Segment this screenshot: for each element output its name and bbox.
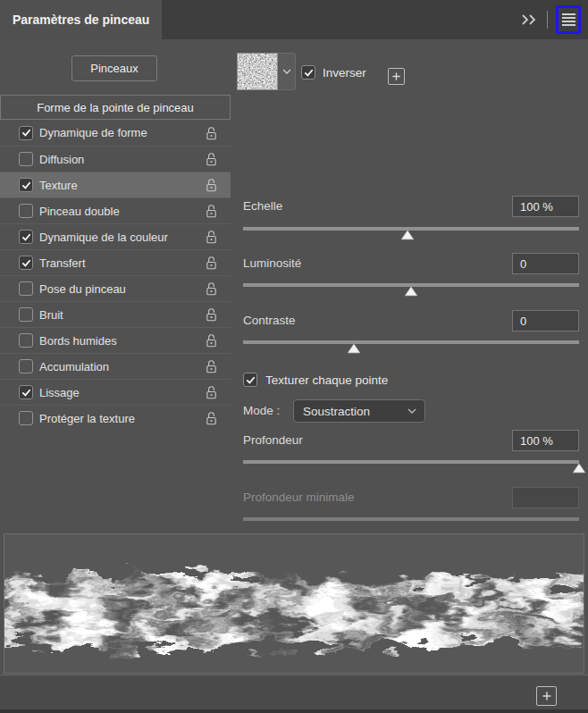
divider (547, 11, 548, 29)
texture-pattern-thumbnail[interactable] (237, 53, 278, 90)
unlock-icon[interactable] (205, 256, 218, 271)
list-item[interactable]: Bruit (0, 301, 231, 327)
min-depth-slider-track (243, 517, 579, 521)
scale-input[interactable] (512, 196, 579, 217)
panel-menu-icon[interactable] (562, 13, 575, 26)
list-item[interactable]: Transfert (0, 249, 231, 275)
checkbox[interactable] (19, 204, 33, 218)
checkbox[interactable] (19, 411, 33, 425)
brightness-slider-thumb[interactable] (404, 286, 418, 297)
list-item[interactable]: Accumulation (0, 353, 231, 379)
invert-checkbox[interactable] (301, 65, 315, 80)
list-item-label: Pinceau double (39, 205, 120, 218)
new-texture-button[interactable] (388, 68, 405, 85)
unlock-icon[interactable] (205, 385, 218, 400)
brush-stroke-preview (4, 533, 584, 674)
checkbox[interactable] (19, 152, 33, 166)
contrast-slider-track[interactable] (243, 340, 579, 344)
depth-input[interactable] (512, 430, 579, 451)
list-item-label: Lissage (39, 386, 80, 399)
checkbox[interactable] (19, 178, 33, 192)
panel-tab-bar: Paramètres de pinceau (0, 0, 588, 39)
depth-slider-thumb[interactable] (572, 463, 586, 474)
list-item[interactable]: Dynamique de la couleur (0, 223, 231, 249)
checkbox[interactable] (19, 230, 33, 244)
brightness-label: Luminosité (243, 253, 301, 274)
invert-label: Inverser (323, 66, 366, 80)
panel-menu-highlight (556, 5, 581, 34)
unlock-icon[interactable] (205, 411, 218, 426)
list-item-label: Texture (39, 179, 78, 192)
panel-title: Paramètres de pinceau (13, 13, 149, 27)
unlock-icon[interactable] (205, 125, 218, 140)
min-depth-label: Profondeur minimale (243, 487, 355, 508)
list-item-label: Dynamique de la couleur (39, 231, 168, 244)
unlock-icon[interactable] (205, 307, 218, 323)
scale-label: Echelle (243, 196, 282, 217)
mode-dropdown[interactable]: Soustraction (293, 399, 425, 423)
contrast-label: Contraste (243, 310, 296, 331)
unlock-icon[interactable] (205, 204, 218, 219)
brushes-button[interactable]: Pinceaux (71, 55, 157, 81)
list-item[interactable]: Pose du pinceau (0, 275, 231, 301)
unlock-icon[interactable] (205, 359, 218, 374)
list-item-label: Transfert (39, 256, 86, 270)
checkbox[interactable] (19, 333, 33, 348)
scale-slider-thumb[interactable] (400, 230, 415, 240)
depth-label: Profondeur (243, 430, 303, 451)
list-item-label: Diffusion (39, 153, 84, 166)
brightness-input[interactable] (512, 253, 579, 274)
list-item-label: Bruit (39, 308, 63, 322)
list-item-label: Pose du pinceau (39, 282, 126, 296)
list-item-label: Bords humides (39, 334, 117, 348)
mode-label: Mode : (243, 399, 280, 423)
list-item[interactable]: Pinceau double (0, 197, 231, 223)
panel-bottom-edge (0, 709, 588, 713)
chevron-down-icon (407, 408, 416, 414)
list-item[interactable]: Bords humides (0, 327, 231, 353)
unlock-icon[interactable] (205, 152, 218, 167)
texture-each-tip-checkbox[interactable] (243, 373, 257, 387)
list-item-label: Protéger la texture (39, 412, 135, 425)
collapse-panel-icon[interactable] (519, 13, 539, 26)
sidebar-header-label: Forme de la pointe de pinceau (37, 101, 194, 114)
list-item[interactable]: Dynamique de forme (0, 120, 231, 146)
list-item[interactable]: Diffusion (0, 146, 231, 172)
tab-parametres-de-pinceau[interactable]: Paramètres de pinceau (0, 0, 162, 39)
checkbox[interactable] (19, 359, 33, 373)
contrast-slider-thumb[interactable] (347, 343, 361, 354)
checkbox[interactable] (19, 385, 33, 399)
list-item[interactable]: Protéger la texture (0, 405, 231, 431)
sidebar-item-brush-tip-shape[interactable]: Forme de la pointe de pinceau (0, 95, 231, 120)
depth-slider-track[interactable] (243, 460, 579, 464)
contrast-input[interactable] (512, 310, 579, 331)
checkbox[interactable] (19, 281, 33, 296)
list-item[interactable]: Texture (0, 172, 231, 197)
checkbox[interactable] (19, 126, 33, 140)
new-brush-button[interactable] (536, 686, 557, 706)
unlock-icon[interactable] (205, 333, 218, 348)
list-item-label: Accumulation (39, 360, 109, 373)
texture-each-tip-label: Texturer chaque pointe (265, 373, 388, 387)
min-depth-input (512, 487, 579, 508)
list-item[interactable]: Lissage (0, 379, 231, 405)
unlock-icon[interactable] (205, 178, 218, 193)
panel-footer (0, 675, 588, 713)
texture-pattern-picker[interactable] (237, 53, 296, 90)
list-item-label: Dynamique de forme (39, 126, 147, 139)
unlock-icon[interactable] (205, 281, 218, 297)
brush-settings-panel: Paramètres de pinceau Pinceaux (0, 0, 588, 713)
unlock-icon[interactable] (205, 230, 218, 245)
brush-settings-list: Forme de la pointe de pinceau Dynamique … (0, 95, 231, 431)
checkbox[interactable] (19, 256, 33, 270)
checkbox[interactable] (19, 307, 33, 322)
mode-value: Soustraction (303, 405, 370, 418)
texture-pattern-dropdown-arrow[interactable] (278, 53, 296, 90)
